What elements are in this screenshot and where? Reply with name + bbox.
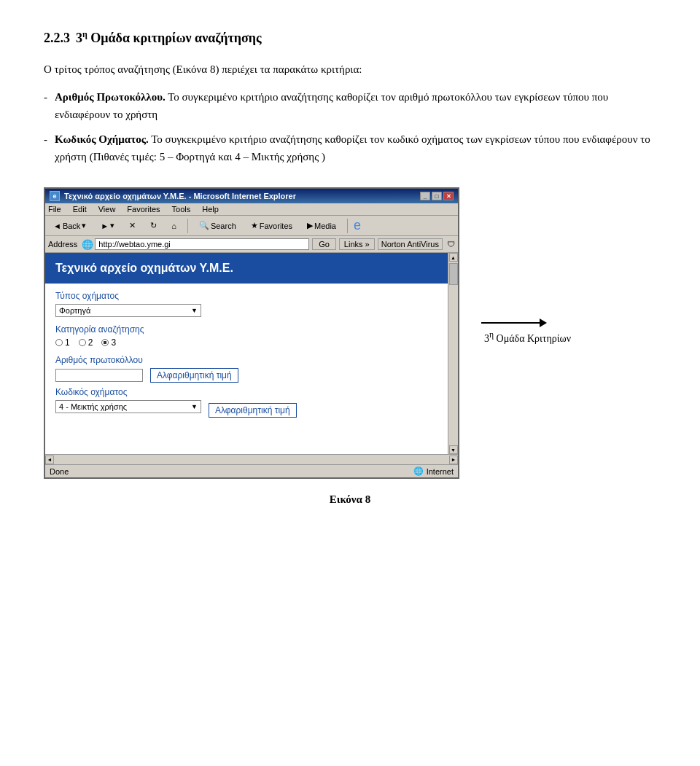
ie-titlebar-left: e Τεχνικό αρχείο οχημάτων Υ.Μ.Ε. - Micro… xyxy=(50,191,296,201)
back-dropdown-icon: ▾ xyxy=(82,221,86,230)
list-dash-2: - xyxy=(44,130,47,165)
close-button[interactable]: ✕ xyxy=(443,192,454,200)
figure-caption: Εικόνα 8 xyxy=(44,493,656,506)
field1-select[interactable]: Φορτηγά ▼ xyxy=(55,304,201,317)
ie-scrollbar-horizontal[interactable]: ◄ ► xyxy=(45,454,458,464)
go-button[interactable]: Go xyxy=(312,238,336,250)
media-button[interactable]: ▶ Media xyxy=(302,219,341,232)
arrow-line xyxy=(481,322,540,324)
ie-menubar: File Edit View Favorites Tools Help xyxy=(45,203,458,216)
address-globe-icon: 🌐 xyxy=(82,239,93,250)
links-button[interactable]: Links » xyxy=(339,238,375,250)
antivirus-icon: 🛡 xyxy=(447,240,455,249)
list-dash-1: - xyxy=(44,88,47,123)
ie-window-controls[interactable]: _ □ ✕ xyxy=(420,192,454,200)
field4-label: Κωδικός οχήματος xyxy=(55,387,438,397)
radio-item-3[interactable]: 3 xyxy=(101,337,116,348)
scrollbar-right-arrow[interactable]: ► xyxy=(449,456,458,464)
back-button[interactable]: ◄ Back ▾ xyxy=(48,219,91,232)
field3-label: Αριθμός πρωτοκόλλου xyxy=(55,355,438,365)
scrollbar-up-arrow[interactable]: ▲ xyxy=(449,253,458,262)
radio-group: 1 2 3 xyxy=(55,337,438,348)
menu-tools[interactable]: Tools xyxy=(172,205,191,214)
toolbar-separator-2 xyxy=(347,219,348,233)
back-arrow-icon: ◄ xyxy=(53,222,61,230)
address-input[interactable] xyxy=(95,238,309,250)
figure-container: e Τεχνικό αρχείο οχημάτων Υ.Μ.Ε. - Micro… xyxy=(44,187,656,479)
refresh-icon: ↻ xyxy=(150,221,157,230)
radio-label-3: 3 xyxy=(111,337,116,348)
forward-arrow-icon: ► xyxy=(101,222,109,230)
menu-edit[interactable]: Edit xyxy=(73,205,87,214)
favorites-label: Favorites xyxy=(260,222,292,230)
field4-select[interactable]: 4 - Μεικτής χρήσης ▼ xyxy=(55,400,201,413)
refresh-button[interactable]: ↻ xyxy=(145,219,162,232)
select-arrow-icon-2: ▼ xyxy=(191,403,198,410)
radio-item-2[interactable]: 2 xyxy=(79,337,93,348)
status-done: Done xyxy=(50,467,69,476)
section-number: 2.2.3 xyxy=(44,31,70,46)
menu-favorites[interactable]: Favorites xyxy=(127,205,160,214)
ie-title: Τεχνικό αρχείο οχημάτων Υ.Μ.Ε. - Microso… xyxy=(64,192,296,200)
radio-label-2: 2 xyxy=(88,337,93,348)
ie-icon: e xyxy=(50,191,60,201)
superscript: η xyxy=(82,29,88,39)
ie-content-wrapper: Τεχνικό αρχείο οχημάτων Υ.Μ.Ε. Τύπος οχή… xyxy=(45,253,458,454)
search-button[interactable]: 🔍 Search xyxy=(194,219,241,232)
scrollbar-thumb[interactable] xyxy=(449,263,458,285)
ie-address-bar: Address 🌐 Go Links » Norton AntiVirus 🛡 xyxy=(45,236,458,253)
radio-item-1[interactable]: 1 xyxy=(55,337,70,348)
ie-page-header: Τεχνικό αρχείο οχημάτων Υ.Μ.Ε. xyxy=(45,253,448,284)
minimize-button[interactable]: _ xyxy=(420,192,430,200)
zone-label: Internet xyxy=(427,467,454,476)
field4-row: 4 - Μεικτής χρήσης ▼ Αλφαριθμητική τιμή xyxy=(55,400,438,421)
media-icon: ▶ xyxy=(307,221,313,230)
ie-logo-icon: e xyxy=(354,218,361,233)
intro-paragraph: Ο τρίτος τρόπος αναζήτησης (Εικόνα 8) πε… xyxy=(44,60,656,78)
home-icon: ⌂ xyxy=(171,222,176,230)
list-item-1-text: Αριθμός Πρωτοκόλλου. Το συγκεριμένο κριτ… xyxy=(55,88,656,123)
field1-value: Φορτηγά xyxy=(59,306,90,315)
radio-1[interactable] xyxy=(55,339,63,346)
ie-scrollbar-vertical[interactable]: ▲ ▼ xyxy=(448,253,458,454)
list-item-2-text: Κωδικός Οχήματος. Το συγκεκριμένο κριτήρ… xyxy=(55,130,656,165)
annotation-text: 3η Ομάδα Κριτηρίων xyxy=(484,330,571,345)
menu-help[interactable]: Help xyxy=(202,205,219,214)
arrow-head xyxy=(540,318,547,327)
maximize-button[interactable]: □ xyxy=(432,192,442,200)
toolbar-separator-1 xyxy=(187,219,188,233)
figure-annotation: 3η Ομάδα Κριτηρίων xyxy=(481,318,571,345)
alphanum2-label: Αλφαριθμητική τιμή xyxy=(209,403,297,418)
scrollbar-left-arrow[interactable]: ◄ xyxy=(45,456,54,464)
search-icon: 🔍 xyxy=(199,221,209,230)
list-item-1: - Αριθμός Πρωτοκόλλου. Το συγκεριμένο κρ… xyxy=(44,88,656,123)
home-button[interactable]: ⌂ xyxy=(166,220,182,232)
radio-label-1: 1 xyxy=(65,337,70,348)
ie-statusbar: Done 🌐 Internet xyxy=(45,464,458,477)
forward-button[interactable]: ► ▾ xyxy=(96,219,120,232)
field1-label: Τύπος οχήματος xyxy=(55,291,438,301)
ie-window: e Τεχνικό αρχείο οχημάτων Υ.Μ.Ε. - Micro… xyxy=(44,187,459,479)
menu-file[interactable]: File xyxy=(48,205,61,214)
field3-input[interactable] xyxy=(55,369,143,382)
scrollbar-down-arrow[interactable]: ▼ xyxy=(449,445,458,454)
zone-icon: 🌐 xyxy=(413,466,424,476)
menu-view[interactable]: View xyxy=(98,205,116,214)
alphanum1-label: Αλφαριθμητική τιμή xyxy=(150,368,238,383)
radio-2[interactable] xyxy=(79,339,86,346)
media-label: Media xyxy=(314,222,336,230)
list-item-2: - Κωδικός Οχήματος. Το συγκεκριμένο κριτ… xyxy=(44,130,656,165)
ie-main-content: Τεχνικό αρχείο οχημάτων Υ.Μ.Ε. Τύπος οχή… xyxy=(45,253,448,454)
favorites-button[interactable]: ★ Favorites xyxy=(246,219,298,232)
field2-label: Κατηγορία αναζήτησης xyxy=(55,324,438,335)
stop-icon: ✕ xyxy=(129,221,136,230)
favorites-icon: ★ xyxy=(251,221,258,230)
field4-value: 4 - Μεικτής χρήσης xyxy=(59,402,127,411)
search-label: Search xyxy=(211,222,236,230)
forward-dropdown-icon: ▾ xyxy=(110,221,114,230)
radio-3[interactable] xyxy=(101,339,109,346)
status-zone: 🌐 Internet xyxy=(413,466,454,476)
ie-titlebar: e Τεχνικό αρχείο οχημάτων Υ.Μ.Ε. - Micro… xyxy=(45,189,458,203)
back-label: Back xyxy=(63,222,80,230)
stop-button[interactable]: ✕ xyxy=(124,219,141,232)
